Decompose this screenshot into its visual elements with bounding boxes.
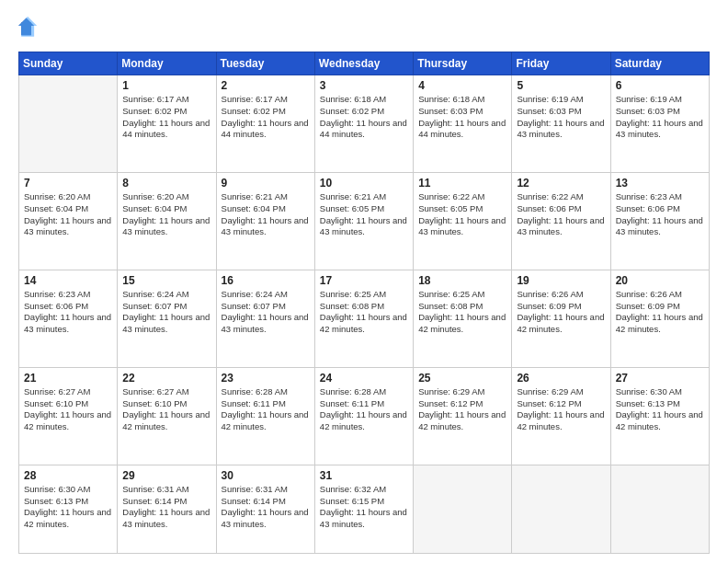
day-header: Wednesday [314,52,413,75]
calendar-cell: 22Sunrise: 6:27 AMSunset: 6:10 PMDayligh… [118,367,216,465]
calendar-cell: 16Sunrise: 6:24 AMSunset: 6:07 PMDayligh… [216,270,314,367]
calendar-cell [19,75,118,173]
day-header: Friday [512,52,610,75]
week-row: 1Sunrise: 6:17 AMSunset: 6:02 PMDaylight… [19,75,710,173]
day-number: 22 [122,372,210,385]
svg-marker-2 [18,17,37,37]
day-number: 19 [517,274,605,287]
cell-info: Sunrise: 6:26 AMSunset: 6:09 PMDaylight:… [517,289,605,336]
page: SundayMondayTuesdayWednesdayThursdayFrid… [0,0,728,563]
cell-info: Sunrise: 6:31 AMSunset: 6:14 PMDaylight:… [122,484,210,531]
cell-info: Sunrise: 6:26 AMSunset: 6:09 PMDaylight:… [616,289,704,336]
calendar-cell: 21Sunrise: 6:27 AMSunset: 6:10 PMDayligh… [19,367,118,465]
day-number: 11 [418,177,506,190]
day-header: Saturday [610,52,709,75]
calendar-cell: 15Sunrise: 6:24 AMSunset: 6:07 PMDayligh… [118,270,216,367]
day-number: 31 [320,469,408,482]
week-row: 7Sunrise: 6:20 AMSunset: 6:04 PMDaylight… [19,172,710,270]
calendar-cell: 14Sunrise: 6:23 AMSunset: 6:06 PMDayligh… [19,270,118,367]
calendar: SundayMondayTuesdayWednesdayThursdayFrid… [18,52,710,554]
cell-info: Sunrise: 6:21 AMSunset: 6:04 PMDaylight:… [222,191,310,238]
week-row: 21Sunrise: 6:27 AMSunset: 6:10 PMDayligh… [19,367,710,465]
calendar-cell: 18Sunrise: 6:25 AMSunset: 6:08 PMDayligh… [414,270,512,367]
cell-info: Sunrise: 6:27 AMSunset: 6:10 PMDaylight:… [24,386,112,433]
logo [18,17,48,42]
cell-info: Sunrise: 6:23 AMSunset: 6:06 PMDaylight:… [616,191,704,238]
cell-info: Sunrise: 6:29 AMSunset: 6:12 PMDaylight:… [517,386,605,433]
day-header: Thursday [414,52,512,75]
calendar-cell: 6Sunrise: 6:19 AMSunset: 6:03 PMDaylight… [610,75,709,173]
cell-info: Sunrise: 6:21 AMSunset: 6:05 PMDaylight:… [320,191,408,238]
day-number: 20 [616,274,704,287]
week-row: 28Sunrise: 6:30 AMSunset: 6:13 PMDayligh… [19,465,710,553]
day-number: 21 [24,372,112,385]
calendar-cell: 4Sunrise: 6:18 AMSunset: 6:03 PMDaylight… [414,75,512,173]
day-number: 23 [222,372,310,385]
cell-info: Sunrise: 6:19 AMSunset: 6:03 PMDaylight:… [517,94,605,141]
day-number: 28 [24,469,112,482]
header-row: SundayMondayTuesdayWednesdayThursdayFrid… [19,52,710,75]
calendar-cell: 13Sunrise: 6:23 AMSunset: 6:06 PMDayligh… [610,172,709,270]
cell-info: Sunrise: 6:32 AMSunset: 6:15 PMDaylight:… [320,484,408,531]
cell-info: Sunrise: 6:20 AMSunset: 6:04 PMDaylight:… [24,191,112,238]
day-number: 5 [517,79,605,92]
calendar-cell: 2Sunrise: 6:17 AMSunset: 6:02 PMDaylight… [216,75,314,173]
cell-info: Sunrise: 6:31 AMSunset: 6:14 PMDaylight:… [222,484,310,531]
calendar-cell: 5Sunrise: 6:19 AMSunset: 6:03 PMDaylight… [512,75,610,173]
day-number: 27 [616,372,704,385]
day-number: 10 [320,177,408,190]
day-number: 1 [122,79,210,92]
cell-info: Sunrise: 6:23 AMSunset: 6:06 PMDaylight:… [24,289,112,336]
day-number: 16 [222,274,310,287]
cell-info: Sunrise: 6:22 AMSunset: 6:05 PMDaylight:… [418,191,506,238]
day-number: 17 [320,274,408,287]
calendar-cell: 12Sunrise: 6:22 AMSunset: 6:06 PMDayligh… [512,172,610,270]
day-number: 25 [418,372,506,385]
calendar-cell: 29Sunrise: 6:31 AMSunset: 6:14 PMDayligh… [118,465,216,553]
day-number: 24 [320,372,408,385]
day-number: 14 [24,274,112,287]
day-number: 26 [517,372,605,385]
top-section [18,17,710,42]
cell-info: Sunrise: 6:20 AMSunset: 6:04 PMDaylight:… [122,191,210,238]
cell-info: Sunrise: 6:17 AMSunset: 6:02 PMDaylight:… [222,94,310,141]
logo-icon [18,17,44,42]
calendar-cell: 10Sunrise: 6:21 AMSunset: 6:05 PMDayligh… [314,172,413,270]
day-header: Sunday [19,52,118,75]
cell-info: Sunrise: 6:24 AMSunset: 6:07 PMDaylight:… [122,289,210,336]
day-number: 9 [222,177,310,190]
cell-info: Sunrise: 6:19 AMSunset: 6:03 PMDaylight:… [616,94,704,141]
day-number: 30 [222,469,310,482]
calendar-cell: 20Sunrise: 6:26 AMSunset: 6:09 PMDayligh… [610,270,709,367]
calendar-cell: 25Sunrise: 6:29 AMSunset: 6:12 PMDayligh… [414,367,512,465]
day-header: Tuesday [216,52,314,75]
calendar-cell: 17Sunrise: 6:25 AMSunset: 6:08 PMDayligh… [314,270,413,367]
day-number: 12 [517,177,605,190]
day-number: 29 [122,469,210,482]
day-number: 4 [418,79,506,92]
day-number: 15 [122,274,210,287]
calendar-cell: 11Sunrise: 6:22 AMSunset: 6:05 PMDayligh… [414,172,512,270]
calendar-cell: 27Sunrise: 6:30 AMSunset: 6:13 PMDayligh… [610,367,709,465]
cell-info: Sunrise: 6:30 AMSunset: 6:13 PMDaylight:… [616,386,704,433]
cell-info: Sunrise: 6:28 AMSunset: 6:11 PMDaylight:… [222,386,310,433]
calendar-cell [610,465,709,553]
calendar-cell [512,465,610,553]
day-number: 2 [222,79,310,92]
cell-info: Sunrise: 6:18 AMSunset: 6:03 PMDaylight:… [418,94,506,141]
cell-info: Sunrise: 6:30 AMSunset: 6:13 PMDaylight:… [24,484,112,531]
calendar-cell: 24Sunrise: 6:28 AMSunset: 6:11 PMDayligh… [314,367,413,465]
calendar-cell: 30Sunrise: 6:31 AMSunset: 6:14 PMDayligh… [216,465,314,553]
day-number: 13 [616,177,704,190]
day-number: 8 [122,177,210,190]
calendar-cell: 7Sunrise: 6:20 AMSunset: 6:04 PMDaylight… [19,172,118,270]
calendar-cell: 23Sunrise: 6:28 AMSunset: 6:11 PMDayligh… [216,367,314,465]
cell-info: Sunrise: 6:29 AMSunset: 6:12 PMDaylight:… [418,386,506,433]
cell-info: Sunrise: 6:24 AMSunset: 6:07 PMDaylight:… [222,289,310,336]
cell-info: Sunrise: 6:25 AMSunset: 6:08 PMDaylight:… [418,289,506,336]
calendar-cell: 1Sunrise: 6:17 AMSunset: 6:02 PMDaylight… [118,75,216,173]
week-row: 14Sunrise: 6:23 AMSunset: 6:06 PMDayligh… [19,270,710,367]
cell-info: Sunrise: 6:25 AMSunset: 6:08 PMDaylight:… [320,289,408,336]
calendar-cell: 26Sunrise: 6:29 AMSunset: 6:12 PMDayligh… [512,367,610,465]
cell-info: Sunrise: 6:22 AMSunset: 6:06 PMDaylight:… [517,191,605,238]
